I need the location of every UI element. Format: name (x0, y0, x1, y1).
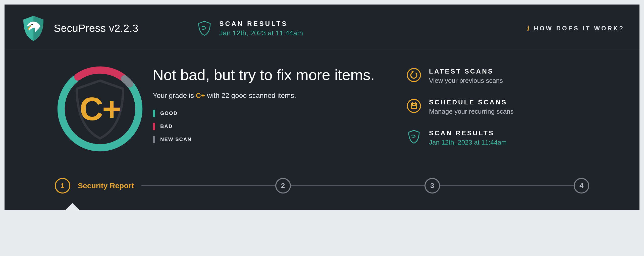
step-connector (291, 185, 424, 186)
step-connector (440, 185, 574, 186)
step-1-label[interactable]: Security Report (78, 181, 134, 190)
brand-name: SecuPress v2.2.3 (54, 22, 138, 34)
schedule-scans-title: SCHEDULE SCANS (429, 98, 514, 106)
how-does-it-work-link[interactable]: i HOW DOES IT WORK? (527, 24, 624, 33)
swatch-new-icon (153, 136, 155, 143)
subline-grade: C+ (196, 92, 205, 99)
summary: Not bad, but try to fix more items. Your… (153, 64, 399, 154)
scan-results-link[interactable]: SCAN RESULTS Jan 12th, 2023 at 11:44am (406, 129, 547, 146)
swatch-good-icon (153, 110, 155, 117)
svg-point-5 (407, 69, 420, 82)
calendar-circle-icon (406, 98, 421, 113)
legend-good-label: GOOD (160, 110, 178, 116)
svg-point-0 (31, 24, 33, 25)
step-bar: 1 Security Report 2 3 4 (5, 164, 639, 210)
brand: SecuPress v2.2.3 (20, 15, 138, 42)
active-step-pointer-icon (65, 203, 79, 210)
scan-results-title: SCAN RESULTS (429, 129, 507, 137)
header-scan-title: SCAN RESULTS (219, 20, 303, 28)
subline-pre: Your grade is (153, 92, 196, 99)
schedule-scans-link[interactable]: SCHEDULE SCANS Manage your recurring sca… (406, 98, 547, 115)
subline-post: with 22 good scanned items. (205, 92, 296, 99)
step-4[interactable]: 4 (574, 178, 589, 194)
info-icon: i (527, 24, 529, 33)
grade-donut: C+ (55, 64, 145, 154)
shield-outline-icon (406, 129, 421, 144)
schedule-scans-desc: Manage your recurring scans (429, 108, 514, 115)
actions-column: LATEST SCANS View your previous scans (406, 64, 547, 154)
latest-scans-desc: View your previous scans (429, 77, 503, 85)
secupress-logo-icon (20, 15, 47, 42)
legend-new-label: NEW SCAN (160, 137, 192, 142)
latest-scans-title: LATEST SCANS (429, 68, 503, 75)
legend: GOOD BAD NEW SCAN (153, 110, 399, 143)
undo-circle-icon (406, 68, 421, 83)
svg-rect-7 (411, 104, 417, 109)
headline: Not bad, but try to fix more items. (153, 66, 399, 84)
grade-letter: C+ (55, 64, 145, 154)
step-connector (141, 185, 275, 186)
step-1[interactable]: 1 (55, 178, 70, 194)
step-2[interactable]: 2 (275, 178, 291, 194)
legend-good: GOOD (153, 110, 399, 117)
legend-bad: BAD (153, 123, 399, 130)
latest-scans-link[interactable]: LATEST SCANS View your previous scans (406, 68, 547, 85)
legend-new: NEW SCAN (153, 136, 399, 143)
subline: Your grade is C+ with 22 good scanned it… (153, 92, 399, 100)
step-3[interactable]: 3 (424, 178, 440, 194)
legend-bad-label: BAD (160, 123, 173, 129)
scan-results-desc: Jan 12th, 2023 at 11:44am (429, 139, 507, 146)
header-scan-date: Jan 12th, 2023 at 11:44am (219, 29, 303, 37)
how-does-it-work-label: HOW DOES IT WORK? (534, 25, 624, 32)
header-scan-results: SCAN RESULTS Jan 12th, 2023 at 11:44am (196, 20, 303, 37)
shield-outline-icon (196, 20, 213, 37)
app-header: SecuPress v2.2.3 SCAN RESULTS Jan 12th, … (5, 5, 639, 50)
swatch-bad-icon (153, 123, 155, 130)
